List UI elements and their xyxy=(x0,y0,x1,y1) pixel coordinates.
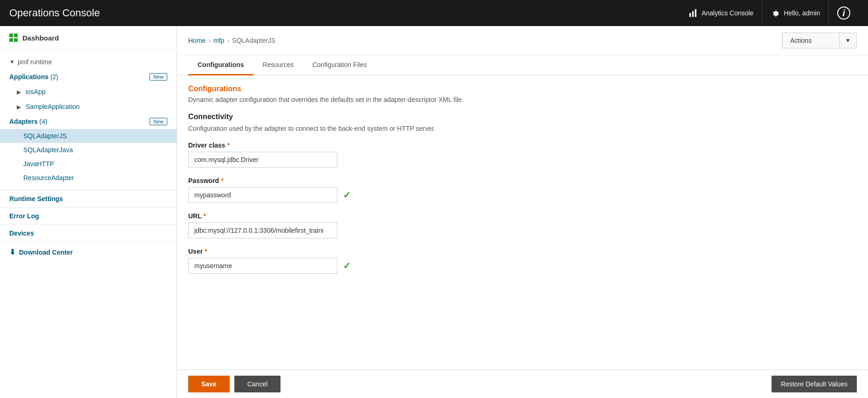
section-desc: Dynamic adapter configuration that overr… xyxy=(188,96,857,103)
sidebar-item-iosapp[interactable]: ▶ iosApp xyxy=(0,84,177,99)
runtime-arrow-icon: ▼ xyxy=(9,59,15,65)
form-content: Configurations Dynamic adapter configura… xyxy=(177,75,868,370)
url-label: URL * xyxy=(188,212,857,220)
sidebar-dashboard[interactable]: Dashboard xyxy=(0,26,177,50)
actions-caret-icon: ▼ xyxy=(839,34,856,47)
sidebar-item-sqladapterjs[interactable]: SQLAdapterJS xyxy=(0,129,177,143)
bottom-bar: Save Cancel Restore Default Values xyxy=(177,370,868,398)
password-group: Password * ✓ xyxy=(188,177,857,203)
sidebar-item-sampleapplication[interactable]: ▶ SampleApplication xyxy=(0,99,177,114)
breadcrumb-sep2: › xyxy=(227,37,229,44)
password-input[interactable] xyxy=(188,187,337,203)
gear-icon xyxy=(771,8,780,18)
svg-rect-2 xyxy=(695,9,696,17)
breadcrumb: Home › mfp › SQLAdapterJS xyxy=(188,37,275,44)
url-input[interactable] xyxy=(188,223,337,238)
breadcrumb-mfp[interactable]: mfp xyxy=(213,37,224,44)
svg-rect-1 xyxy=(692,11,693,17)
sampleapp-arrow-icon: ▶ xyxy=(17,104,21,110)
bottom-left-actions: Save Cancel xyxy=(188,376,280,392)
user-row: ✓ xyxy=(188,258,857,274)
actions-dropdown[interactable]: Actions ▼ xyxy=(782,33,857,48)
driver-class-input[interactable] xyxy=(188,152,337,168)
iosapp-arrow-icon: ▶ xyxy=(17,89,21,95)
sidebar-runtime-settings[interactable]: Runtime Settings xyxy=(0,190,177,207)
applications-group-title: Applications (2) xyxy=(9,73,58,81)
user-required: * xyxy=(205,248,207,255)
password-label: Password * xyxy=(188,177,857,184)
user-label: User * xyxy=(188,248,857,255)
save-button[interactable]: Save xyxy=(188,376,230,392)
tab-configuration-files[interactable]: Configuration Files xyxy=(303,55,376,75)
analytics-icon xyxy=(689,8,698,18)
password-row: ✓ xyxy=(188,187,857,203)
section-title: Configurations xyxy=(188,85,857,93)
top-bar: Home › mfp › SQLAdapterJS Actions ▼ xyxy=(177,26,868,55)
driver-class-group: Driver class * xyxy=(188,142,857,168)
top-header: Operations Console Analytics Console Hel… xyxy=(0,0,868,26)
runtime-label: pmf runtime xyxy=(18,58,52,66)
url-required: * xyxy=(204,212,206,220)
user-check-icon: ✓ xyxy=(343,260,351,271)
tab-resources[interactable]: Resources xyxy=(253,55,303,75)
applications-group-header: Applications (2) New xyxy=(0,69,177,84)
breadcrumb-home[interactable]: Home xyxy=(188,37,205,44)
adapters-group-header: Adapters (4) New xyxy=(0,114,177,129)
sidebar-devices[interactable]: Devices xyxy=(0,224,177,242)
sidebar-item-javahttp[interactable]: JavaHTTP xyxy=(0,157,177,171)
sidebar-error-log[interactable]: Error Log xyxy=(0,207,177,224)
actions-label: Actions xyxy=(783,33,839,48)
connectivity-desc: Configuration used by the adapter to con… xyxy=(188,125,857,132)
driver-class-required: * xyxy=(227,142,229,149)
app-title: Operations Console xyxy=(9,7,100,19)
restore-defaults-button[interactable]: Restore Default Values xyxy=(772,376,857,392)
applications-label: Applications xyxy=(9,73,48,81)
sidebar: Dashboard ▼ pmf runtime Applications (2)… xyxy=(0,26,177,398)
download-icon: ⬇ xyxy=(9,248,15,256)
adapters-count: (4) xyxy=(40,118,48,125)
user-menu-btn[interactable]: Hello, admin xyxy=(762,0,828,26)
info-btn[interactable]: i xyxy=(828,0,859,26)
content-area: Home › mfp › SQLAdapterJS Actions ▼ Conf… xyxy=(177,26,868,398)
tabs-bar: Configurations Resources Configuration F… xyxy=(177,55,868,75)
password-required: * xyxy=(221,177,223,184)
sidebar-download-center[interactable]: ⬇ Download Center xyxy=(0,242,177,262)
password-check-icon: ✓ xyxy=(343,189,351,201)
sidebar-item-resourceadapter[interactable]: ResourceAdapter xyxy=(0,171,177,185)
applications-new-badge[interactable]: New xyxy=(150,73,167,81)
dashboard-icon xyxy=(9,34,18,42)
sidebar-runtime[interactable]: ▼ pmf runtime xyxy=(0,54,177,69)
user-input[interactable] xyxy=(188,258,337,274)
main-layout: Dashboard ▼ pmf runtime Applications (2)… xyxy=(0,26,868,398)
analytics-console-btn[interactable]: Analytics Console xyxy=(680,0,762,26)
dashboard-label: Dashboard xyxy=(22,34,59,42)
breadcrumb-current: SQLAdapterJS xyxy=(232,37,275,44)
driver-class-label: Driver class * xyxy=(188,142,857,149)
adapters-group-title: Adapters (4) xyxy=(9,118,48,125)
user-group: User * ✓ xyxy=(188,248,857,274)
adapters-label: Adapters xyxy=(9,118,38,125)
user-label: Hello, admin xyxy=(784,9,820,17)
sidebar-runtime-section: ▼ pmf runtime Applications (2) New ▶ ios… xyxy=(0,50,177,190)
applications-count: (2) xyxy=(50,73,58,81)
header-actions: Analytics Console Hello, admin i xyxy=(680,0,859,26)
breadcrumb-sep1: › xyxy=(208,37,211,44)
connectivity-title: Connectivity xyxy=(188,113,857,121)
sidebar-item-sqladapterjava[interactable]: SQLAdapterJava xyxy=(0,143,177,157)
cancel-button[interactable]: Cancel xyxy=(234,376,281,392)
tab-configurations[interactable]: Configurations xyxy=(188,55,253,75)
adapters-new-badge[interactable]: New xyxy=(150,118,167,125)
driver-class-row xyxy=(188,152,857,168)
svg-rect-0 xyxy=(690,13,691,17)
info-icon: i xyxy=(837,7,850,20)
url-row xyxy=(188,223,857,238)
url-group: URL * xyxy=(188,212,857,238)
analytics-label: Analytics Console xyxy=(702,9,753,17)
